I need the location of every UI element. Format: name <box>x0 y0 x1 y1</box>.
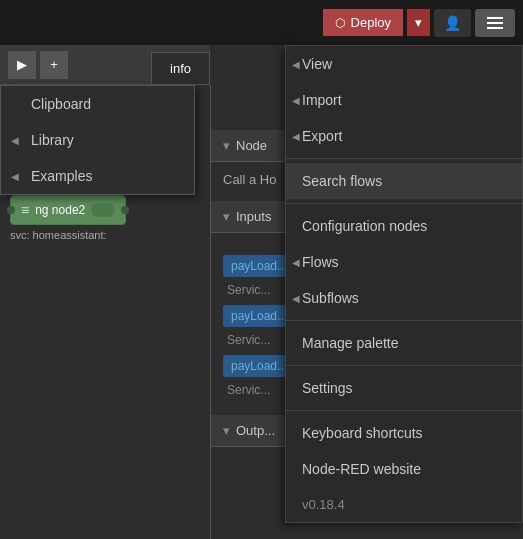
divider-2 <box>286 203 522 204</box>
import-arrow-icon: ◀ <box>292 95 300 106</box>
deploy-button[interactable]: ⬡ Deploy <box>323 9 403 36</box>
right-dropdown-menu: ◀ View ◀ Import ◀ Export Search flows Co… <box>285 45 523 523</box>
examples-label: Examples <box>31 168 92 184</box>
node-section-label: Node <box>236 138 267 153</box>
deploy-dropdown-button[interactable]: ▾ <box>407 9 430 36</box>
menu-item-flows[interactable]: ◀ Flows <box>286 244 522 280</box>
divider-5 <box>286 410 522 411</box>
node-caption: svc: homeassistant: <box>10 229 126 241</box>
hamburger-icon <box>485 15 505 31</box>
play-icon: ▶ <box>17 57 27 72</box>
view-label: View <box>302 56 332 72</box>
payload-name-2: payLoad... <box>231 309 287 323</box>
chevron-down-icon-inputs: ▾ <box>223 209 230 224</box>
keyboard-shortcuts-label: Keyboard shortcuts <box>302 425 423 441</box>
user-icon: 👤 <box>444 15 461 31</box>
info-tab-label: info <box>170 61 191 76</box>
header-bar: ⬡ Deploy ▾ 👤 <box>0 0 523 45</box>
chevron-down-icon: ▾ <box>223 138 230 153</box>
import-label: Import <box>302 92 342 108</box>
payload-name-3: payLoad... <box>231 359 287 373</box>
node-port-right <box>121 206 129 214</box>
sidebar-clipboard[interactable]: Clipboard <box>1 86 194 122</box>
subflows-arrow-icon: ◀ <box>292 293 300 304</box>
manage-palette-label: Manage palette <box>302 335 399 351</box>
node-toggle <box>91 203 115 217</box>
divider-3 <box>286 320 522 321</box>
call-description: Call a Ho <box>223 172 276 187</box>
user-button[interactable]: 👤 <box>434 9 471 37</box>
node-text: ng node2 <box>35 203 85 217</box>
menu-item-view[interactable]: ◀ View <box>286 46 522 82</box>
nodered-website-label: Node-RED website <box>302 461 421 477</box>
deploy-icon: ⬡ <box>335 16 345 30</box>
info-tab[interactable]: info <box>151 52 210 84</box>
play-button[interactable]: ▶ <box>8 51 36 79</box>
deploy-label: Deploy <box>351 15 391 30</box>
divider-4 <box>286 365 522 366</box>
search-flows-label: Search flows <box>302 173 382 189</box>
configuration-nodes-label: Configuration nodes <box>302 218 427 234</box>
flows-arrow-icon: ◀ <box>292 257 300 268</box>
menu-item-search-flows[interactable]: Search flows <box>286 163 522 199</box>
menu-item-version: v0.18.4 <box>286 487 522 522</box>
outputs-label: Outp... <box>236 423 275 438</box>
payload-name-1: payLoad... <box>231 259 287 273</box>
sidebar-library[interactable]: ◀ Library <box>1 122 194 158</box>
menu-item-manage-palette[interactable]: Manage palette <box>286 325 522 361</box>
sidebar-dropdown: Clipboard ◀ Library ◀ Examples <box>0 85 195 195</box>
canvas-node[interactable]: ≡ ng node2 svc: homeassistant: <box>10 195 126 241</box>
library-arrow-icon: ◀ <box>11 135 19 146</box>
menu-item-configuration-nodes[interactable]: Configuration nodes <box>286 208 522 244</box>
export-label: Export <box>302 128 342 144</box>
node-lines-icon: ≡ <box>21 202 29 218</box>
version-label: v0.18.4 <box>302 497 345 512</box>
settings-label: Settings <box>302 380 353 396</box>
clipboard-label: Clipboard <box>31 96 91 112</box>
inputs-label: Inputs <box>236 209 271 224</box>
hamburger-menu-button[interactable] <box>475 9 515 37</box>
subflows-label: Subflows <box>302 290 359 306</box>
library-label: Library <box>31 132 74 148</box>
node-label: svc: homeassistant: <box>10 229 107 241</box>
examples-arrow-icon: ◀ <box>11 171 19 182</box>
flows-label: Flows <box>302 254 339 270</box>
menu-item-import[interactable]: ◀ Import <box>286 82 522 118</box>
canvas-toolbar: ▶ + info <box>0 45 210 85</box>
menu-item-subflows[interactable]: ◀ Subflows <box>286 280 522 316</box>
add-icon: + <box>50 57 58 72</box>
deploy-arrow-icon: ▾ <box>415 15 422 30</box>
main-area: ▶ + info ≡ ng node2 svc: homeassistant: <box>0 45 523 539</box>
divider-1 <box>286 158 522 159</box>
add-button[interactable]: + <box>40 51 68 79</box>
menu-item-keyboard-shortcuts[interactable]: Keyboard shortcuts <box>286 415 522 451</box>
node-block[interactable]: ≡ ng node2 <box>10 195 126 225</box>
view-arrow-icon: ◀ <box>292 59 300 70</box>
menu-item-settings[interactable]: Settings <box>286 370 522 406</box>
sidebar-examples[interactable]: ◀ Examples <box>1 158 194 194</box>
menu-item-export[interactable]: ◀ Export <box>286 118 522 154</box>
menu-item-nodered-website[interactable]: Node-RED website <box>286 451 522 487</box>
export-arrow-icon: ◀ <box>292 131 300 142</box>
node-port-left <box>7 206 15 214</box>
chevron-down-icon-outputs: ▾ <box>223 423 230 438</box>
